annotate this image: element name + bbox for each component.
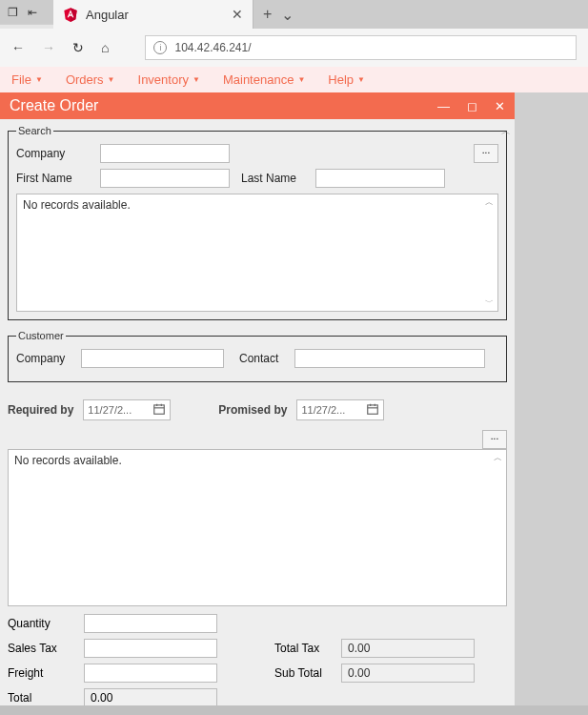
menu-bar: File▼ Orders▼ Inventory▼ Maintenance▼ He… xyxy=(0,67,588,92)
menu-maintenance[interactable]: Maintenance▼ xyxy=(223,72,305,87)
grid-empty-text: No records available. xyxy=(23,198,131,212)
window-title: Create Order xyxy=(10,97,98,114)
grid-scroll-up-icon[interactable]: ︿ xyxy=(485,196,494,209)
sub-total-label: Sub Total xyxy=(274,666,341,680)
sub-total-value: 0.00 xyxy=(341,664,475,683)
caret-down-icon: ▼ xyxy=(193,75,200,84)
customer-company-input[interactable] xyxy=(81,349,224,368)
menu-inventory[interactable]: Inventory▼ xyxy=(138,72,200,87)
minimize-icon[interactable]: — xyxy=(437,99,450,113)
menu-help[interactable]: Help▼ xyxy=(328,72,365,87)
side-panel xyxy=(515,92,588,705)
calendar-icon[interactable] xyxy=(366,402,379,418)
caret-down-icon: ▼ xyxy=(35,75,43,84)
svg-rect-6 xyxy=(368,405,378,414)
app-area: File▼ Orders▼ Inventory▼ Maintenance▼ He… xyxy=(0,67,588,705)
required-by-field[interactable]: 11/27/2... xyxy=(83,399,171,420)
system-icons: ❐ ⇤ xyxy=(0,0,53,25)
sales-tax-label: Sales Tax xyxy=(8,642,84,655)
workspace: Create Order — ◻ ✕ ︿ Search Company ... xyxy=(0,92,588,705)
close-icon[interactable]: ✕ xyxy=(495,99,505,113)
caret-down-icon: ▼ xyxy=(357,75,365,84)
create-order-window: Create Order — ◻ ✕ ︿ Search Company ... xyxy=(0,92,515,705)
calendar-icon[interactable] xyxy=(152,402,166,418)
back-icon[interactable]: ← xyxy=(11,40,25,55)
sales-tax-input[interactable] xyxy=(84,639,217,658)
required-by-value: 11/27/2... xyxy=(88,404,132,416)
tab-title: Angular xyxy=(86,8,129,22)
search-lookup-button[interactable]: ... xyxy=(474,144,498,163)
totals-section: Quantity Sales Tax Total Tax 0.00 Freigh… xyxy=(8,614,507,705)
angular-favicon xyxy=(63,7,78,22)
total-tax-label: Total Tax xyxy=(274,642,341,655)
tab-actions: + ⌄ xyxy=(253,0,303,29)
first-name-label: First Name xyxy=(16,172,92,185)
nav-row: ← → ↻ ⌂ i 104.42.46.241/ xyxy=(0,29,588,67)
new-tab-icon[interactable]: + xyxy=(263,6,272,23)
titlebar: Create Order — ◻ ✕ xyxy=(0,92,515,119)
svg-rect-2 xyxy=(154,405,165,414)
total-tax-value: 0.00 xyxy=(341,639,475,658)
order-lookup-button[interactable]: ... xyxy=(482,430,507,449)
customer-legend: Customer xyxy=(16,330,66,341)
promised-by-label: Promised by xyxy=(218,403,287,417)
freight-label: Freight xyxy=(8,666,84,680)
customer-contact-input[interactable] xyxy=(294,349,485,368)
grid-scroll-down-icon[interactable]: ﹀ xyxy=(485,296,494,309)
forward-icon[interactable]: → xyxy=(42,40,55,55)
required-by-label: Required by xyxy=(8,403,73,417)
menu-orders[interactable]: Orders▼ xyxy=(66,72,115,87)
freight-input[interactable] xyxy=(84,664,217,683)
first-name-input[interactable] xyxy=(100,169,230,188)
tab-row: Angular ✕ + ⌄ xyxy=(53,0,588,29)
order-grid-empty-text: No records available. xyxy=(14,454,122,467)
grid-scroll-up-icon[interactable]: ︿ xyxy=(494,452,502,464)
home-icon[interactable]: ⌂ xyxy=(101,40,109,55)
customer-company-label: Company xyxy=(16,352,73,365)
promised-by-value: 11/27/2... xyxy=(301,404,345,416)
last-name-input[interactable] xyxy=(315,169,445,188)
order-lines-grid[interactable]: No records available. ︿ xyxy=(8,449,507,606)
caret-down-icon: ▼ xyxy=(108,75,115,84)
close-tab-icon[interactable]: ✕ xyxy=(232,7,243,22)
search-results-grid[interactable]: No records available. ︿ ﹀ xyxy=(16,194,498,312)
window-controls: — ◻ ✕ xyxy=(437,99,505,113)
browser-chrome: ❐ ⇤ Angular ✕ + ⌄ ← → ↻ ⌂ i 104.42.46.24… xyxy=(0,0,588,67)
total-value: 0.00 xyxy=(84,688,217,705)
cascade-icon[interactable]: ❐ xyxy=(8,6,18,19)
address-bar[interactable]: i 104.42.46.241/ xyxy=(145,35,577,60)
maximize-icon[interactable]: ◻ xyxy=(467,99,477,113)
quantity-input[interactable] xyxy=(84,614,217,633)
search-legend: Search xyxy=(16,125,53,136)
quantity-label: Quantity xyxy=(8,617,84,630)
total-label: Total xyxy=(8,691,84,705)
promised-by-field[interactable]: 11/27/2... xyxy=(296,399,384,420)
company-label: Company xyxy=(16,147,92,160)
browser-tab[interactable]: Angular ✕ xyxy=(53,0,253,29)
pin-icon[interactable]: ⇤ xyxy=(28,6,37,19)
info-icon[interactable]: i xyxy=(153,41,167,54)
company-input[interactable] xyxy=(100,144,230,163)
dates-row: Required by 11/27/2... Promised by 11/27… xyxy=(8,399,507,420)
last-name-label: Last Name xyxy=(241,172,308,185)
tab-chevron-icon[interactable]: ⌄ xyxy=(281,6,294,24)
window-body: ︿ Search Company ... First Name Last Nam… xyxy=(0,119,515,705)
caret-down-icon: ▼ xyxy=(297,75,305,84)
customer-contact-label: Contact xyxy=(239,352,287,365)
menu-file[interactable]: File▼ xyxy=(11,72,43,87)
scroll-up-icon[interactable]: ︿ xyxy=(501,125,511,138)
search-fieldset: Search Company ... First Name Last Name … xyxy=(8,125,507,320)
url-text: 104.42.46.241/ xyxy=(174,41,251,54)
refresh-icon[interactable]: ↻ xyxy=(72,40,84,55)
customer-fieldset: Customer Company Contact xyxy=(8,330,507,382)
